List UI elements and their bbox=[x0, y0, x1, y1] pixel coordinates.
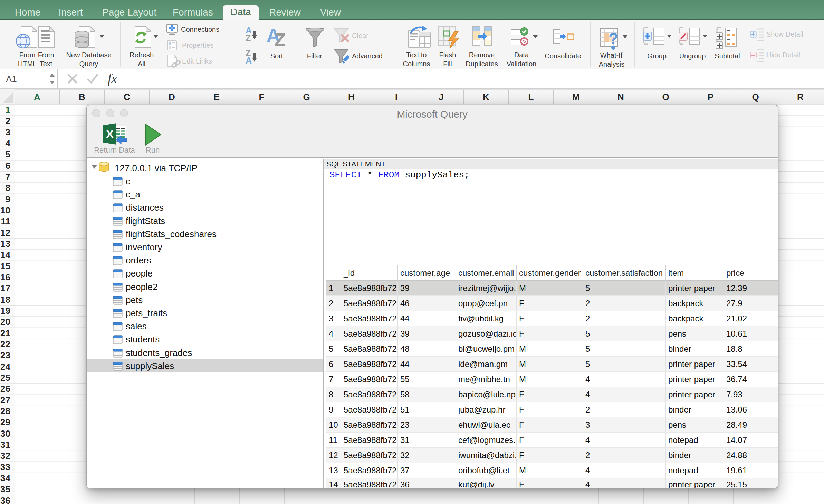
svg-text:X: X bbox=[106, 127, 114, 140]
svg-text:Z: Z bbox=[246, 33, 251, 41]
svg-text:Z: Z bbox=[275, 30, 286, 47]
svg-text:?: ? bbox=[609, 32, 618, 48]
